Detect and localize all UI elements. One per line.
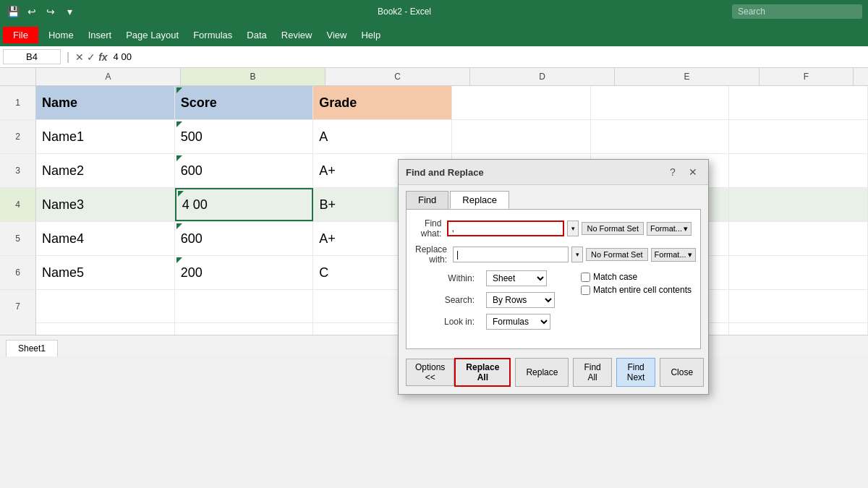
cell-b4[interactable]: 4 00 <box>175 188 314 221</box>
cell-c2[interactable]: A <box>313 120 452 153</box>
search-select[interactable]: By Rows By Columns <box>486 292 555 308</box>
cell-f2[interactable] <box>729 120 868 153</box>
app-title: Book2 - Excel <box>77 7 732 17</box>
match-case-label: Match case <box>593 272 637 282</box>
cell-a3[interactable]: Name2 <box>36 154 175 187</box>
confirm-formula-icon[interactable]: ✓ <box>87 51 95 63</box>
row-num-7: 7 <box>0 290 36 323</box>
insert-menu[interactable]: Insert <box>81 27 119 43</box>
col-header-a[interactable]: A <box>36 68 181 85</box>
row-num-6: 6 <box>0 256 36 289</box>
dialog-footer: Options << Replace All Replace Find All … <box>399 355 708 356</box>
cell-b7[interactable] <box>175 290 314 323</box>
match-entire-checkbox[interactable] <box>581 286 590 295</box>
cell-d2[interactable] <box>452 120 591 153</box>
dialog-help-icon[interactable]: ? <box>665 164 681 180</box>
help-menu[interactable]: Help <box>354 27 388 43</box>
cell-f1[interactable] <box>729 86 868 119</box>
data-menu[interactable]: Data <box>239 27 273 43</box>
cell-f7[interactable] <box>729 290 868 323</box>
cell-b6[interactable]: 200 <box>175 256 314 289</box>
replace-field-container: ▾ No Format Set Format... ▾ <box>453 247 696 262</box>
tab-replace[interactable]: Replace <box>450 191 509 209</box>
search-input[interactable] <box>732 4 862 19</box>
formula-bar: | ✕ ✓ fx <box>0 46 868 68</box>
cell-f6[interactable] <box>729 256 868 289</box>
cell-a7[interactable] <box>36 290 175 323</box>
cell-a6[interactable]: Name5 <box>36 256 175 289</box>
corner-marker <box>176 155 182 161</box>
formula-icons: ✕ ✓ fx <box>75 51 107 63</box>
lookin-select[interactable]: Formulas Values Comments <box>486 314 550 330</box>
cell-f5[interactable] <box>729 222 868 255</box>
dialog-content: Find what: ▾ No Format Set Format... ▾ R… <box>406 209 701 349</box>
find-format-btn[interactable]: Format... ▾ <box>647 222 692 236</box>
replace-no-format-btn[interactable]: No Format Set <box>586 248 648 261</box>
review-menu[interactable]: Review <box>274 27 320 43</box>
col-header-d[interactable]: D <box>470 68 615 85</box>
window-controls <box>732 4 862 19</box>
col-header-c[interactable]: C <box>326 68 470 85</box>
corner-marker <box>176 87 182 93</box>
within-label: Within: <box>415 273 480 283</box>
cell-a4[interactable]: Name3 <box>36 188 175 221</box>
row-num-4: 4 <box>0 188 36 221</box>
save-icon[interactable]: 💾 <box>6 4 20 19</box>
cell-e1[interactable] <box>591 86 730 119</box>
corner-marker <box>176 257 182 263</box>
dialog-titlebar: Find and Replace ? ✕ <box>399 160 708 185</box>
col-header-f[interactable]: F <box>760 68 854 85</box>
cancel-formula-icon[interactable]: ✕ <box>75 51 84 63</box>
cell-b2[interactable]: 500 <box>175 120 314 153</box>
find-what-row: Find what: ▾ No Format Set Format... ▾ <box>415 218 692 239</box>
replace-with-label: Replace with: <box>415 244 453 265</box>
quick-access-toolbar: 💾 ↩ ↪ ▾ <box>6 4 77 19</box>
formulas-menu[interactable]: Formulas <box>186 27 239 43</box>
cell-a5[interactable]: Name4 <box>36 222 175 255</box>
match-case-checkbox[interactable] <box>581 273 590 282</box>
cell-b1[interactable]: Score <box>175 86 314 119</box>
dialog-close-icon[interactable]: ✕ <box>685 164 701 180</box>
page-layout-menu[interactable]: Page Layout <box>119 27 186 43</box>
tab-find[interactable]: Find <box>406 191 448 209</box>
cell-a1[interactable]: Name <box>36 86 175 119</box>
find-no-format-btn[interactable]: No Format Set <box>582 222 644 235</box>
cell-b3[interactable]: 600 <box>175 154 314 187</box>
replace-format-btn[interactable]: Format... ▾ <box>651 248 696 262</box>
col-header-e[interactable]: E <box>615 68 760 85</box>
row-num-1: 1 <box>0 86 36 119</box>
replace-with-input[interactable] <box>453 247 569 262</box>
home-menu[interactable]: Home <box>41 27 81 43</box>
cell-reference-input[interactable] <box>3 49 61 64</box>
customize-icon[interactable]: ▾ <box>62 4 77 19</box>
cell-b5[interactable]: 600 <box>175 222 314 255</box>
menu-bar: File Home Insert Page Layout Formulas Da… <box>0 23 868 46</box>
cell-f3[interactable] <box>729 154 868 187</box>
replace-with-dropdown[interactable]: ▾ <box>571 247 583 262</box>
fx-icon[interactable]: fx <box>98 51 107 63</box>
title-bar: 💾 ↩ ↪ ▾ Book2 - Excel <box>0 0 868 23</box>
find-format-dropdown-icon: ▾ <box>684 224 688 234</box>
find-replace-dialog: Find and Replace ? ✕ Find Replace Find w… <box>398 159 709 356</box>
cell-f4[interactable] <box>729 188 868 221</box>
row-num-5: 5 <box>0 222 36 255</box>
file-menu[interactable]: File <box>3 27 38 43</box>
redo-icon[interactable]: ↪ <box>43 4 58 19</box>
find-what-dropdown[interactable]: ▾ <box>567 221 579 236</box>
dialog-title: Find and Replace <box>406 167 484 178</box>
col-header-b[interactable]: B <box>181 68 326 85</box>
formula-input[interactable] <box>111 50 865 64</box>
cell-e2[interactable] <box>591 120 730 153</box>
cell-c1[interactable]: Grade <box>313 86 452 119</box>
view-menu[interactable]: View <box>319 27 354 43</box>
cell-d1[interactable] <box>452 86 591 119</box>
find-what-input[interactable] <box>447 221 564 236</box>
cell-a2[interactable]: Name1 <box>36 120 175 153</box>
row-num-header <box>0 68 36 85</box>
undo-icon[interactable]: ↩ <box>25 4 39 19</box>
sheet-tab-1[interactable]: Sheet1 <box>6 340 58 356</box>
within-select[interactable]: Sheet Workbook <box>486 270 547 286</box>
column-headers: A B C D E F <box>0 68 868 86</box>
lookin-label: Look in: <box>415 317 480 327</box>
corner-marker <box>176 223 182 229</box>
